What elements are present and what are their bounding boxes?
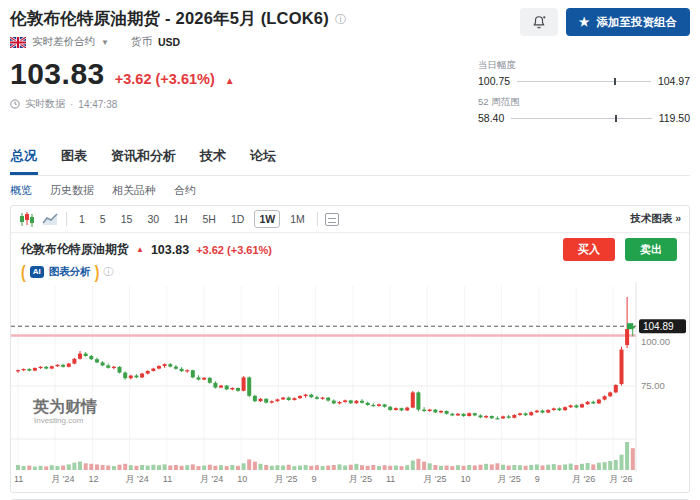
svg-text:月 '24: 月 '24 — [200, 474, 223, 484]
price-chart[interactable]: 11月 '2412月 '2411月 '2410月 '259月 '2511月 '2… — [11, 282, 689, 492]
ranges: 当日幅度 100.75 104.97 52 周范围 58.40 119.50 — [478, 59, 690, 133]
up-arrow-icon: ▲ — [136, 245, 144, 254]
clock-icon — [10, 99, 20, 109]
chart-toolbar: 1515301H5H1D1W1M 技术图表 » — [11, 206, 689, 233]
uk-flag-icon — [10, 37, 26, 48]
sub-tabs: 概览历史数据相关品种合约 — [10, 183, 690, 198]
svg-text:月 '25: 月 '25 — [274, 474, 297, 484]
timeframe-6[interactable]: 1D — [226, 210, 249, 228]
area-chart-icon[interactable] — [42, 212, 59, 226]
timeframe-2[interactable]: 15 — [116, 210, 138, 228]
timeframe-5[interactable]: 5H — [198, 210, 221, 228]
quote-section: 103.83 +3.62 (+3.61%) ▲ 实时数据 · 14:47:38 … — [10, 57, 690, 133]
star-icon: ★ — [579, 15, 590, 29]
technical-chart-link[interactable]: 技术图表 » — [630, 212, 681, 226]
svg-text:11: 11 — [386, 474, 395, 484]
currency-value: USD — [158, 36, 180, 48]
currency-label: 货币 — [131, 35, 152, 49]
indicators-icon[interactable] — [325, 213, 339, 226]
timeframe-4[interactable]: 1H — [169, 210, 192, 228]
header-left: 伦敦布伦特原油期货 - 2026年5月 (LCOK6) ⓘ 实时差价合约 ▼ 货… — [10, 8, 346, 49]
subtab-2[interactable]: 相关品种 — [112, 183, 156, 198]
price-change: +3.62 (+3.61%) — [115, 71, 215, 87]
timeframe-3[interactable]: 30 — [142, 210, 164, 228]
watermark-en: Investing.com — [34, 416, 84, 425]
chevron-down-icon[interactable]: ▼ — [101, 38, 109, 47]
ai-chart-analysis-button[interactable]: AI 图表分析 — [30, 265, 91, 279]
svg-text:月 '25: 月 '25 — [498, 474, 521, 484]
watermark-cn: 英为财情 — [32, 398, 97, 415]
svg-text:月 '24: 月 '24 — [51, 474, 74, 484]
up-arrow-icon: ▲ — [225, 75, 235, 86]
buy-button[interactable]: 买入 — [563, 238, 615, 261]
timeframe-7[interactable]: 1W — [254, 210, 280, 228]
trade-buttons: 买入 卖出 — [563, 238, 679, 261]
chart-header: 伦敦布伦特原油期货 ▲ 103.83 +3.62 (+3.61%) 买入 卖出 — [11, 233, 689, 263]
chart-price: 103.83 — [151, 243, 189, 257]
timeframe-8[interactable]: 1M — [285, 210, 310, 228]
week52-range-high: 119.50 — [659, 112, 690, 124]
svg-text:月 '25: 月 '25 — [349, 474, 372, 484]
add-to-portfolio-button[interactable]: ★ 添加至投资组合 — [566, 8, 690, 36]
svg-text:月 '26: 月 '26 — [572, 474, 595, 484]
svg-text:月 '25: 月 '25 — [423, 474, 446, 484]
realtime-label: 实时数据 — [25, 97, 65, 111]
svg-text:11: 11 — [163, 474, 172, 484]
svg-text:11: 11 — [14, 474, 23, 484]
day-range: 当日幅度 100.75 104.97 — [478, 59, 690, 87]
day-range-slider — [517, 78, 651, 85]
week52-range-low: 58.40 — [478, 112, 504, 124]
divider — [66, 212, 67, 226]
timeframe-0[interactable]: 1 — [74, 210, 90, 228]
subtab-3[interactable]: 合约 — [174, 183, 196, 198]
main-tabs: 总况图表资讯和分析技术论坛 — [10, 143, 690, 176]
dot-separator: · — [70, 99, 73, 110]
bracket-decoration: ) — [95, 262, 100, 282]
svg-text:75.00: 75.00 — [641, 380, 665, 391]
day-range-high: 104.97 — [658, 75, 690, 87]
svg-text:10: 10 — [460, 474, 470, 484]
candlestick-chart-icon[interactable] — [19, 212, 35, 227]
tab-3[interactable]: 技术 — [199, 143, 227, 175]
svg-text:100.00: 100.00 — [641, 336, 670, 347]
info-icon[interactable]: ⓘ — [103, 265, 113, 279]
sell-button[interactable]: 卖出 — [625, 238, 677, 261]
tab-2[interactable]: 资讯和分析 — [110, 143, 177, 175]
last-price: 103.83 — [10, 57, 105, 91]
svg-text:月 '26: 月 '26 — [609, 474, 632, 484]
header: 伦敦布伦特原油期货 - 2026年5月 (LCOK6) ⓘ 实时差价合约 ▼ 货… — [10, 8, 690, 49]
page: 伦敦布伦特原油期货 - 2026年5月 (LCOK6) ⓘ 实时差价合约 ▼ 货… — [0, 0, 700, 500]
subtab-1[interactable]: 历史数据 — [50, 183, 94, 198]
page-title: 伦敦布伦特原油期货 - 2026年5月 (LCOK6) — [10, 8, 329, 30]
chart-card: 1515301H5H1D1W1M 技术图表 » 伦敦布伦特原油期货 ▲ 103.… — [10, 205, 690, 493]
week52-range: 52 周范围 58.40 119.50 — [478, 96, 690, 124]
quote-time: 14:47:38 — [78, 99, 117, 110]
ai-icon: AI — [30, 266, 44, 278]
svg-text:月 '24: 月 '24 — [126, 474, 149, 484]
svg-text:12: 12 — [88, 474, 98, 484]
tab-0[interactable]: 总况 — [10, 143, 38, 175]
bell-plus-icon — [532, 15, 546, 29]
svg-text:9: 9 — [535, 474, 540, 484]
create-alert-button[interactable] — [520, 8, 558, 36]
day-range-marker — [614, 78, 616, 85]
add-to-portfolio-label: 添加至投资组合 — [597, 15, 678, 30]
quote-left: 103.83 +3.62 (+3.61%) ▲ 实时数据 · 14:47:38 — [10, 57, 235, 133]
subtab-0[interactable]: 概览 — [10, 183, 32, 198]
tab-1[interactable]: 图表 — [60, 143, 88, 175]
week52-range-marker — [615, 115, 617, 122]
chart-price-change: +3.62 (+3.61%) — [196, 244, 272, 256]
header-actions: ★ 添加至投资组合 — [520, 8, 690, 36]
svg-text:104.89: 104.89 — [643, 321, 674, 332]
bracket-decoration: ( — [21, 262, 26, 282]
info-icon[interactable]: ⓘ — [335, 12, 346, 27]
ai-analysis-row: ( AI 图表分析 ) ⓘ — [11, 263, 689, 282]
instrument-type[interactable]: 实时差价合约 — [32, 35, 95, 49]
tab-4[interactable]: 论坛 — [249, 143, 277, 175]
timeframe-1[interactable]: 5 — [95, 210, 111, 228]
svg-text:10: 10 — [237, 474, 247, 484]
day-range-low: 100.75 — [478, 75, 510, 87]
svg-text:9: 9 — [312, 474, 317, 484]
divider — [317, 212, 318, 226]
chart-instrument-name: 伦敦布伦特原油期货 — [21, 241, 129, 258]
